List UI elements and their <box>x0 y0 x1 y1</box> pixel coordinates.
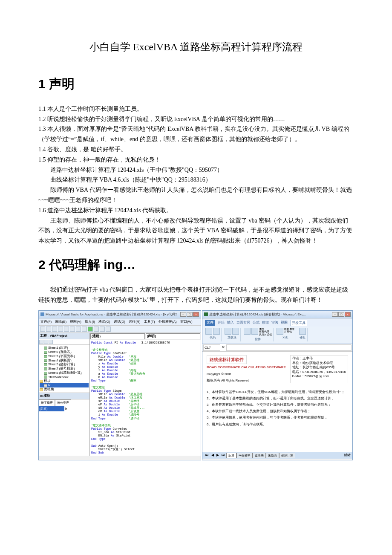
menu-addins[interactable]: 外接程序(A) <box>159 320 177 324</box>
visual-basic-button[interactable] <box>205 328 212 335</box>
tree-thisworkbook[interactable]: ThisWorkbook <box>40 375 89 379</box>
menu-run[interactable]: 运行(R) <box>129 320 140 324</box>
toolbar-save-icon[interactable] <box>46 327 51 332</box>
view-object-icon[interactable] <box>44 340 48 344</box>
prop-name-value[interactable]: lx <box>64 406 90 411</box>
project-header: 工程 - VBAProject <box>39 333 89 340</box>
tree-sheet7[interactable]: Sheet7 (桩号投影) <box>40 367 89 371</box>
code-editor[interactable]: Public Const PI As Double = 3.1415926535… <box>90 340 201 455</box>
maximize-button[interactable]: □ <box>187 312 193 317</box>
toolbar-copy-icon[interactable] <box>58 327 63 332</box>
menu-tools[interactable]: 工具(T) <box>144 320 155 324</box>
minimize-button[interactable]: – <box>180 312 186 317</box>
para-1-1: 1.1 本人是个工作时间不长测量施工员。 <box>38 104 354 114</box>
menu-edit[interactable]: 编辑(E) <box>55 320 66 324</box>
menu-insert[interactable]: 插入(I) <box>85 320 95 324</box>
com-addins-button[interactable] <box>232 328 239 335</box>
menu-view[interactable]: 视图(V) <box>70 320 81 324</box>
toolbar-paste-icon[interactable] <box>64 327 69 332</box>
copyright-line-2: 版权所有 All Rights Reserved <box>207 378 286 383</box>
toggle-folders-icon[interactable] <box>49 340 53 344</box>
excel-titlebar: 道路中边桩坐标计算程序120424.xls [兼容模式] - Microsoft… <box>202 311 352 319</box>
tree-sheet4[interactable]: Sheet4 (纵断面) <box>40 358 89 363</box>
minimize-button[interactable]: – <box>332 312 338 317</box>
menu-format[interactable]: 格式(O) <box>98 320 110 324</box>
sheet-nav-next-icon[interactable]: ▶ <box>215 453 220 458</box>
sheet-icon <box>44 355 47 358</box>
name-box[interactable]: CL7 <box>203 344 220 351</box>
fx-icon[interactable]: fx <box>220 344 226 351</box>
toolbar-undo-icon[interactable] <box>76 327 81 332</box>
expansion-button[interactable]: 扩展包 <box>284 330 294 333</box>
toolbar-design-icon[interactable] <box>106 327 111 332</box>
sheet-tabs: ⏮ ◀ ▶ ⏭ 欢迎 平面资料 直曲表 纵断面 坐标计算 <box>204 453 295 458</box>
tree-module-lx[interactable]: lx <box>40 383 89 387</box>
tree-sheet2[interactable]: Sheet2 (直曲表) <box>40 350 89 354</box>
tab-insert[interactable]: 插入 <box>227 320 234 326</box>
toolbar-find-icon[interactable] <box>70 327 75 332</box>
maximize-button[interactable]: □ <box>338 312 344 317</box>
tree-modules-folder[interactable]: 模块 <box>40 379 89 383</box>
addins-button[interactable] <box>225 328 231 335</box>
tree-sheet5[interactable]: Sheet5 (坐标计算) <box>40 362 89 367</box>
section-2-heading: 2 代码理解 ing… <box>38 254 354 275</box>
sheet-tab-plane[interactable]: 平面资料 <box>236 453 253 458</box>
folder-icon <box>40 380 43 383</box>
tab-review[interactable]: 审阅 <box>271 320 278 326</box>
tab-pagelayout[interactable]: 页面布局 <box>236 320 250 326</box>
menu-file[interactable]: 文件(F) <box>40 320 52 324</box>
tab-developer[interactable]: 开发工具 <box>290 320 307 326</box>
toolbar-redo-icon[interactable] <box>82 327 87 332</box>
insert-control-button[interactable] <box>244 328 251 335</box>
sheet-tab-curve[interactable]: 直曲表 <box>253 453 266 458</box>
copyright-line-1: Copyright © 2001 <box>207 372 286 376</box>
ribbon-group-code: 代码 <box>204 328 222 341</box>
excel-app-icon <box>204 312 208 316</box>
object-dropdown[interactable]: (通用) <box>90 333 145 340</box>
run-dialog-button[interactable]: 执行对话框 <box>259 333 272 336</box>
menu-debug[interactable]: 调试(D) <box>114 320 125 324</box>
design-mode-button[interactable] <box>251 328 258 335</box>
toolbar-run-icon[interactable] <box>88 327 93 332</box>
toolbar-cut-icon[interactable] <box>52 327 57 332</box>
formula-input[interactable] <box>226 344 352 351</box>
excel-statusbar: ⏮ ◀ ▶ ⏭ 欢迎 平面资料 直曲表 纵断面 坐标计算 就绪 <box>202 452 352 459</box>
properties-button[interactable]: 属性 <box>259 328 272 331</box>
tab-formulas[interactable]: 公式 <box>253 320 259 326</box>
tab-data[interactable]: 数据 <box>262 320 269 326</box>
note-3: 3、作者开发有适用于卵形曲线、立交匝道计算的计算软件，需要者请与作者联系； <box>207 402 348 408</box>
tab-view[interactable]: 视图 <box>281 320 288 326</box>
ribbon: 文件 开始 插入 页面布局 公式 数据 审阅 视图 开发工具 代码 <box>202 318 352 344</box>
toolbar-view-excel-icon[interactable] <box>40 327 45 332</box>
xml-source-button[interactable] <box>277 328 283 335</box>
sheet-tab-profile[interactable]: 纵断面 <box>266 453 279 458</box>
tree-sheet8[interactable]: Sheet8 (线路绘制计算) <box>40 371 89 375</box>
view-code-button[interactable]: 查看代码 <box>259 330 272 333</box>
tree-sheet1[interactable]: Sheet1 (欢迎) <box>40 346 89 350</box>
tab-home[interactable]: 开始 <box>218 320 225 326</box>
close-button[interactable]: × <box>193 312 199 317</box>
sheet-nav-first-icon[interactable]: ⏮ <box>204 453 210 458</box>
view-code-icon[interactable] <box>39 340 43 344</box>
menu-window[interactable]: 窗口(W) <box>180 320 193 324</box>
vbe-titlebar: Microsoft Visual Basic for Applications … <box>39 311 201 319</box>
procedure-dropdown[interactable]: (声明) <box>146 333 200 340</box>
document-panel-button[interactable] <box>299 328 306 335</box>
toolbar-reset-icon[interactable] <box>100 327 105 332</box>
sheet-nav-prev-icon[interactable]: ◀ <box>210 453 215 458</box>
author-info: 作者：王中伟 单位：哈尔滨道桥技术学院 地址：长沙市麓山南路635号 电话：07… <box>290 355 348 383</box>
tree-class-folder[interactable]: 类模块 <box>40 387 89 392</box>
close-button[interactable]: × <box>345 312 351 317</box>
props-tab-alpha[interactable]: 按字母序 <box>39 399 55 406</box>
note-1: 1、本计算软件基于EXCEL开发，使用VBA编程，为保证顺利使用，请将宏安全性设… <box>207 389 348 395</box>
toolbar-break-icon[interactable] <box>94 327 99 332</box>
sheet-tab-welcome[interactable]: 欢迎 <box>226 453 236 458</box>
props-tab-category[interactable]: 按分类序 <box>55 399 71 406</box>
tree-sheet3[interactable]: Sheet3 (平面资料) <box>40 354 89 358</box>
excel-window: 道路中边桩坐标计算程序120424.xls [兼容模式] - Microsoft… <box>202 310 353 460</box>
tab-file[interactable]: 文件 <box>205 320 215 326</box>
sheet-tab-coord[interactable]: 坐标计算 <box>279 453 295 458</box>
macros-button[interactable] <box>213 328 220 335</box>
sheet-nav-last-icon[interactable]: ⏭ <box>220 453 226 458</box>
screenshot-container: Microsoft Visual Basic for Applications … <box>38 310 354 460</box>
